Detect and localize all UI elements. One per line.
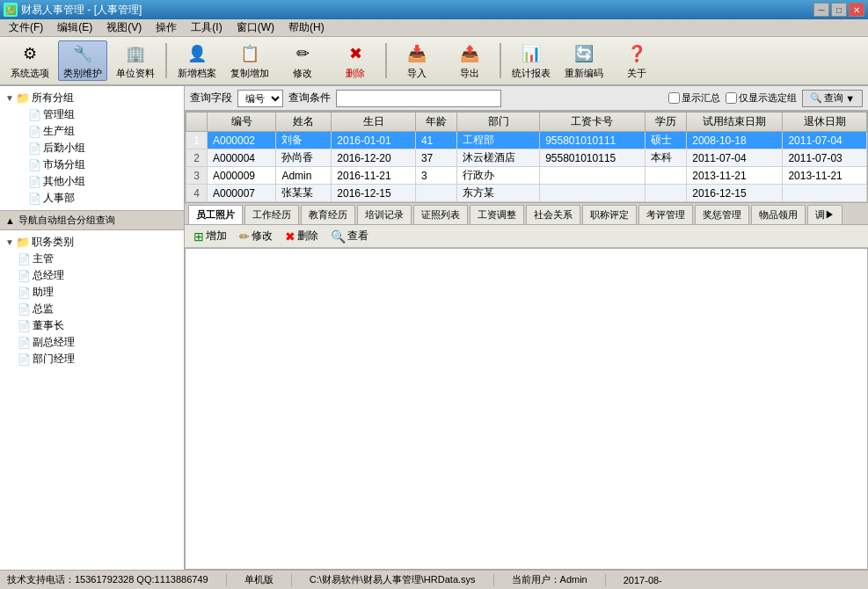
recode-icon: 🔄 — [572, 41, 596, 65]
date-info: 2017-08- — [624, 575, 662, 585]
col-id[interactable]: 编号 — [208, 113, 276, 132]
table-row[interactable]: 1A000002刘备2016-01-0141工程部955801010111硕士2… — [186, 132, 867, 149]
tab-4[interactable]: 证照列表 — [413, 205, 468, 224]
support-info: 技术支持电话：15361792328 QQ:1113886749 — [7, 573, 208, 586]
query-field-label: 查询字段 — [190, 91, 232, 105]
import-icon: 📥 — [405, 41, 429, 65]
table-row[interactable]: 2A000004孙尚香2016-12-2037沐云槎酒店955801010115… — [186, 149, 867, 167]
view-icon: 🔍 — [331, 229, 346, 244]
modify-button[interactable]: ✏ 修改 — [278, 40, 327, 81]
statistics-button[interactable]: 📊 统计报表 — [507, 40, 556, 81]
user-info: 当前用户：Admin — [512, 573, 587, 586]
unit-info-button[interactable]: 🏢 单位资料 — [111, 40, 160, 81]
col-birth[interactable]: 生日 — [332, 113, 416, 132]
title-text: 财易人事管理 - [人事管理] — [21, 3, 142, 18]
tree-job-gm[interactable]: 📄 总经理 — [4, 267, 180, 284]
col-age[interactable]: 年龄 — [415, 113, 457, 132]
sub-view-button[interactable]: 🔍 查看 — [327, 228, 372, 244]
tab-11[interactable]: 调▶ — [807, 205, 842, 224]
toolbar: ⚙ 系统选项 🔧 类别维护 🏢 单位资料 👤 新增档案 📋 复制增加 ✏ 修改 … — [0, 37, 868, 86]
menu-help[interactable]: 帮助(H) — [281, 18, 332, 37]
menu-file[interactable]: 文件(F) — [2, 18, 50, 37]
category-maintain-button[interactable]: 🔧 类别维护 — [58, 40, 107, 81]
col-num — [186, 113, 208, 132]
query-icon: 🔍 — [810, 92, 822, 104]
system-options-button[interactable]: ⚙ 系统选项 — [5, 40, 55, 81]
tab-3[interactable]: 培训记录 — [357, 205, 412, 224]
tree-job-vgm[interactable]: 📄 副总经理 — [4, 334, 180, 351]
modify-icon: ✏ — [290, 41, 315, 65]
jobs-tree: ▼ 📁 职务类别 📄 主管 📄 总经理 📄 助理 📄 总监 📄 — [0, 230, 184, 570]
tab-2[interactable]: 教育经历 — [301, 205, 355, 224]
show-selected-checkbox[interactable]: 仅显示选定组 — [726, 91, 797, 105]
tab-5[interactable]: 工资调整 — [470, 205, 524, 224]
delete-icon: ✖ — [343, 41, 368, 65]
new-record-button[interactable]: 👤 新增档案 — [172, 40, 222, 81]
menu-tools[interactable]: 工具(I) — [184, 18, 229, 37]
tab-10[interactable]: 物品领用 — [751, 205, 806, 224]
tab-0[interactable]: 员工照片 — [188, 205, 243, 224]
sub-delete-icon: ✖ — [285, 229, 295, 244]
sub-add-button[interactable]: ⊞ 增加 — [190, 228, 230, 244]
copy-add-button[interactable]: 📋 复制增加 — [225, 40, 274, 81]
tab-6[interactable]: 社会关系 — [526, 205, 580, 224]
tree-root-all-groups[interactable]: ▼ 📁 所有分组 — [4, 90, 180, 106]
table-row[interactable]: 3A000009Admin2016-11-213行政办2013-11-21201… — [186, 167, 867, 185]
tree-job-supervisor[interactable]: 📄 主管 — [4, 251, 180, 267]
sub-edit-button[interactable]: ✏ 修改 — [236, 228, 276, 244]
tree-jobs-root[interactable]: ▼ 📁 职务类别 — [4, 234, 180, 251]
minimize-button[interactable]: ─ — [813, 3, 829, 17]
statistics-icon: 📊 — [519, 41, 543, 65]
tree-item-other[interactable]: 📄 其他小组 — [4, 173, 180, 190]
copy-add-icon: 📋 — [237, 41, 262, 65]
nav-section[interactable]: ▲ 导航自动组合分组查询 — [0, 210, 184, 230]
close-button[interactable]: ✕ — [849, 3, 864, 17]
tab-1[interactable]: 工作经历 — [244, 205, 299, 224]
menu-window[interactable]: 窗口(W) — [230, 18, 281, 37]
table-row[interactable]: 4A000007张某某2016-12-15东方某2016-12-15 — [186, 185, 867, 202]
about-icon: ❓ — [624, 41, 649, 65]
menu-view[interactable]: 视图(V) — [99, 18, 149, 37]
tab-7[interactable]: 职称评定 — [582, 205, 637, 224]
unit-info-icon: 🏢 — [123, 41, 148, 65]
query-condition-label: 查询条件 — [288, 91, 331, 105]
export-button[interactable]: 📤 导出 — [445, 40, 494, 81]
tree-item-hr[interactable]: 📄 人事部 — [4, 190, 180, 207]
content-area: 查询字段 编号 姓名 部门 查询条件 显示汇总 仅显示选定组 🔍 查询 ▼ — [185, 86, 868, 570]
query-field-select[interactable]: 编号 姓名 部门 — [237, 90, 283, 107]
nav-expand-icon: ▲ — [5, 215, 15, 226]
tree-item-market[interactable]: 📄 市场分组 — [4, 156, 180, 173]
show-summary-checkbox[interactable]: 显示汇总 — [668, 91, 720, 105]
col-name[interactable]: 姓名 — [276, 113, 332, 132]
about-button[interactable]: ❓ 关于 — [612, 40, 661, 81]
sub-delete-button[interactable]: ✖ 删除 — [281, 228, 322, 244]
import-button[interactable]: 📥 导入 — [392, 40, 441, 81]
recode-button[interactable]: 🔄 重新编码 — [559, 40, 609, 81]
path-info: C:\财易软件\财易人事管理\HRData.sys — [310, 573, 476, 586]
tab-8[interactable]: 考评管理 — [638, 205, 693, 224]
tree-item-mgmt[interactable]: 📄 管理组 — [4, 106, 180, 123]
col-prob-end[interactable]: 试用结束日期 — [687, 113, 783, 132]
col-edu[interactable]: 学历 — [645, 113, 687, 132]
tree-item-logistics[interactable]: 📄 后勤小组 — [4, 140, 180, 156]
tree-job-deptmgr[interactable]: 📄 部门经理 — [4, 351, 180, 367]
col-card[interactable]: 工资卡号 — [540, 113, 646, 132]
new-record-icon: 👤 — [185, 41, 209, 65]
group-tree: ▼ 📁 所有分组 📄 管理组 📄 生产组 📄 后勤小组 📄 — [0, 86, 184, 210]
maximize-button[interactable]: □ — [831, 3, 847, 17]
tree-job-supervisor2[interactable]: 📄 总监 — [4, 301, 180, 317]
menu-bar: 文件(F) 编辑(E) 视图(V) 操作 工具(I) 窗口(W) 帮助(H) — [0, 19, 868, 37]
export-icon: 📤 — [457, 41, 482, 65]
menu-operation[interactable]: 操作 — [149, 18, 184, 37]
query-condition-input[interactable] — [336, 90, 501, 107]
col-retire[interactable]: 退休日期 — [783, 113, 867, 132]
query-button[interactable]: 🔍 查询 ▼ — [802, 90, 863, 107]
tree-job-assistant[interactable]: 📄 助理 — [4, 284, 180, 301]
status-bar: 技术支持电话：15361792328 QQ:1113886749 单机版 C:\… — [0, 570, 868, 589]
col-dept[interactable]: 部门 — [457, 113, 540, 132]
tree-item-prod[interactable]: 📄 生产组 — [4, 123, 180, 140]
menu-edit[interactable]: 编辑(E) — [50, 18, 99, 37]
tab-9[interactable]: 奖惩管理 — [695, 205, 749, 224]
tree-job-chairman[interactable]: 📄 董事长 — [4, 317, 180, 334]
delete-button[interactable]: ✖ 删除 — [331, 40, 380, 81]
